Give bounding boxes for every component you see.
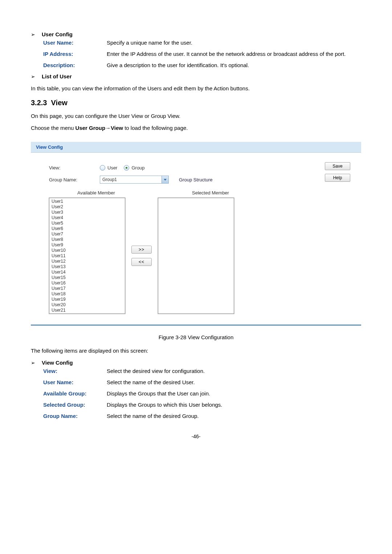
- user-config-defs: User Name: Specify a unique name for the…: [43, 40, 361, 68]
- list-item[interactable]: User1: [52, 199, 123, 204]
- def-row: User Name: Specify a unique name for the…: [43, 40, 361, 46]
- heading-text: User Config: [42, 31, 73, 37]
- def-label-description: Description:: [43, 62, 107, 68]
- intro-1: On this page, you can configure the User…: [31, 113, 361, 119]
- list-item[interactable]: User7: [52, 231, 123, 237]
- select-value: Group1: [102, 177, 117, 182]
- move-left-button[interactable]: <<: [131, 258, 152, 266]
- list-item[interactable]: User17: [52, 286, 123, 291]
- list-row: User1User2User3User4User5User6User7User8…: [49, 198, 310, 314]
- list-item[interactable]: User8: [52, 237, 123, 242]
- group-name-row: Group Name: Group1 Group Structure: [49, 176, 310, 184]
- def-value: Enter the IP Address of the user. It can…: [107, 51, 361, 57]
- list-item[interactable]: User9: [52, 242, 123, 248]
- list-headers: Available Member Selected Member: [49, 190, 310, 196]
- bullet-icon: ➢: [31, 32, 35, 37]
- view-config-heading: ➢ View Config: [31, 360, 361, 366]
- def-label-ipaddress: IP Address:: [43, 51, 107, 57]
- def-value: Select the name of the desired Group.: [107, 413, 361, 419]
- radio-icon: [100, 165, 105, 171]
- available-member-list[interactable]: User1User2User3User4User5User6User7User8…: [49, 198, 125, 314]
- list-item[interactable]: User10: [52, 248, 123, 253]
- selected-header: Selected Member: [165, 190, 256, 196]
- list-item[interactable]: User6: [52, 226, 123, 231]
- bullet-icon: ➢: [31, 360, 35, 366]
- def-label-view: View:: [43, 368, 107, 374]
- def-value: Displays the Groups to which this User b…: [107, 402, 361, 408]
- def-row: View: Select the desired view for config…: [43, 368, 361, 374]
- def-value: Give a description to the user for ident…: [107, 62, 361, 68]
- list-item[interactable]: User3: [52, 210, 123, 215]
- def-label-available-group: Available Group:: [43, 390, 107, 397]
- radio-user-label: User: [107, 165, 117, 171]
- move-right-button[interactable]: >>: [131, 246, 152, 254]
- document-page: ➢ User Config User Name: Specify a uniqu…: [0, 0, 392, 454]
- intro-prefix: Choose the menu: [31, 125, 75, 131]
- list-item[interactable]: User18: [52, 291, 123, 297]
- panel-body: View: User Group Group Name: Group1: [31, 153, 361, 321]
- def-row: Available Group: Displays the Groups tha…: [43, 390, 361, 397]
- list-item[interactable]: User12: [52, 259, 123, 264]
- def-label-group-name: Group Name:: [43, 413, 107, 419]
- def-label-username: User Name:: [43, 379, 107, 385]
- view-label: View:: [49, 165, 100, 171]
- group-name-label: Group Name:: [49, 177, 100, 182]
- def-value: Displays the Groups that the User can jo…: [107, 390, 361, 397]
- selected-member-list[interactable]: [158, 198, 234, 314]
- def-value: Select the desired view for configuratio…: [107, 368, 361, 374]
- move-buttons: >> <<: [125, 198, 158, 314]
- available-header: Available Member: [49, 190, 143, 196]
- list-item[interactable]: User11: [52, 253, 123, 259]
- heading-text: List of User: [42, 73, 72, 79]
- list-item[interactable]: User19: [52, 297, 123, 302]
- list-item[interactable]: User20: [52, 302, 123, 308]
- def-label-username: User Name:: [43, 40, 107, 46]
- radio-user[interactable]: User: [100, 165, 117, 171]
- heading-number: 3.2.3: [31, 99, 47, 107]
- save-button[interactable]: Save: [325, 162, 350, 170]
- radio-icon: [124, 165, 129, 171]
- section-3-2-3-heading: 3.2.3 View: [31, 99, 361, 107]
- bullet-icon: ➢: [31, 74, 35, 79]
- list-item[interactable]: User2: [52, 204, 123, 210]
- radio-group[interactable]: Group: [124, 165, 144, 171]
- intro-2: Choose the menu User Group→View to load …: [31, 125, 361, 131]
- def-row: User Name: Select the name of the desire…: [43, 379, 361, 385]
- list-item[interactable]: User21: [52, 308, 123, 313]
- figure-caption: Figure 3-28 View Configuration: [31, 334, 361, 340]
- action-buttons: Save Help: [310, 160, 350, 314]
- group-structure-link[interactable]: Group Structure: [179, 177, 213, 182]
- list-item[interactable]: User16: [52, 280, 123, 286]
- def-row: Group Name: Select the name of the desir…: [43, 413, 361, 419]
- def-row: Description: Give a description to the u…: [43, 62, 361, 68]
- chevron-down-icon: [162, 176, 168, 183]
- view-row: View: User Group: [49, 165, 310, 171]
- list-item[interactable]: User4: [52, 215, 123, 221]
- help-button[interactable]: Help: [325, 174, 350, 182]
- def-label-selected-group: Selected Group:: [43, 402, 107, 408]
- list-item[interactable]: User15: [52, 275, 123, 280]
- list-item[interactable]: User14: [52, 270, 123, 275]
- view-config-defs: View: Select the desired view for config…: [43, 368, 361, 419]
- radio-group-label: Group: [131, 165, 144, 171]
- def-row: IP Address: Enter the IP Address of the …: [43, 51, 361, 57]
- panel-title: View Config: [31, 142, 361, 153]
- heading-title: View: [51, 99, 68, 107]
- group-name-select[interactable]: Group1: [100, 176, 169, 184]
- intro-suffix: to load the following page.: [123, 125, 188, 131]
- def-row: Selected Group: Displays the Groups to w…: [43, 402, 361, 408]
- user-config-heading: ➢ User Config: [31, 31, 361, 37]
- page-number: -46-: [31, 434, 361, 439]
- view-config-screenshot: View Config View: User Group Group Name:: [31, 142, 361, 325]
- def-value: Select the name of the desired User.: [107, 379, 361, 385]
- heading-text: View Config: [42, 360, 73, 366]
- after-figure-para: The following items are displayed on thi…: [31, 348, 361, 354]
- list-of-user-heading: ➢ List of User: [31, 73, 361, 79]
- def-value: Specify a unique name for the user.: [107, 40, 361, 46]
- list-of-user-para: In this table, you can view the informat…: [31, 85, 361, 91]
- list-item[interactable]: User5: [52, 221, 123, 226]
- menu-path: User Group→View: [75, 125, 123, 131]
- divider: [31, 325, 361, 325]
- list-item[interactable]: User13: [52, 264, 123, 270]
